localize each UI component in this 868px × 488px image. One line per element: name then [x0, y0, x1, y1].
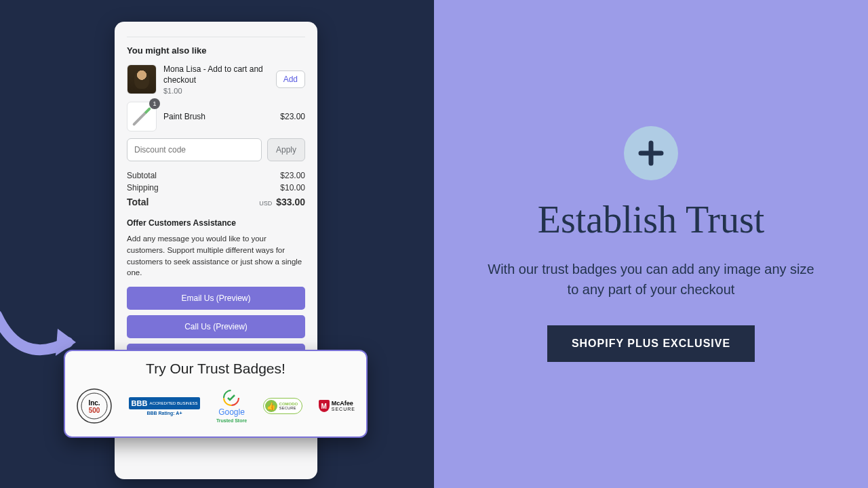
cart-product: 1 Paint Brush $23.00: [127, 102, 305, 131]
call-us-button[interactable]: Call Us (Preview): [127, 315, 305, 338]
product-title: Paint Brush: [163, 111, 273, 122]
total-label: Total: [127, 197, 149, 207]
subtotal-label: Subtotal: [127, 171, 157, 180]
plus-icon: [624, 126, 678, 180]
product-price: $1.00: [163, 87, 269, 95]
total-value: $33.00: [276, 197, 305, 207]
shipping-value: $10.00: [280, 183, 305, 192]
right-panel: Establish Trust With our trust badges yo…: [434, 0, 868, 488]
hero-text: With our trust badges you can add any im…: [481, 259, 821, 300]
cta-badge: SHOPIFY PLUS EXCLUSIVE: [547, 325, 755, 362]
product-thumb-paint-brush: 1: [127, 102, 157, 131]
currency-label: USD: [259, 200, 272, 207]
shipping-label: Shipping: [127, 183, 159, 192]
svg-text:500: 500: [89, 407, 100, 414]
product-info: Paint Brush: [163, 111, 273, 122]
hero-title: Establish Trust: [538, 201, 765, 239]
badges-title: Try Our Trust Badges!: [76, 361, 355, 377]
badge-mcafee: M McAfeeSECURE: [319, 400, 355, 412]
discount-input[interactable]: [127, 138, 262, 161]
badge-comodo: 👍 COMODOSECURE: [263, 398, 303, 414]
left-panel: You might also like Mona Lisa - Add to c…: [0, 0, 434, 488]
discount-row: Apply: [127, 138, 305, 161]
divider: [127, 37, 305, 37]
badge-bbb: BBBACCREDITED BUSINESS BBB Rating: A+: [129, 397, 201, 415]
product-info: Mona Lisa - Add to cart and checkout $1.…: [163, 64, 269, 95]
badges-row: Inc.500 BBBACCREDITED BUSINESS BBB Ratin…: [76, 388, 355, 424]
product-price: $23.00: [280, 112, 305, 121]
assist-text: Add any message you would like to your c…: [127, 233, 305, 279]
trust-badges-popup: Try Our Trust Badges! Inc.500 BBBACCREDI…: [64, 350, 368, 438]
product-title: Mona Lisa - Add to cart and checkout: [163, 64, 269, 85]
shipping-line: Shipping $10.00: [127, 183, 305, 192]
add-button[interactable]: Add: [276, 70, 305, 88]
section-title: You might also like: [127, 45, 305, 56]
suggested-product: Mona Lisa - Add to cart and checkout $1.…: [127, 64, 305, 95]
email-us-button[interactable]: Email Us (Preview): [127, 287, 305, 310]
total-line: Total USD $33.00: [127, 197, 305, 207]
product-thumb-mona-lisa: [127, 64, 157, 94]
svg-text:Inc.: Inc.: [88, 399, 100, 407]
subtotal-value: $23.00: [280, 171, 305, 180]
subtotal-line: Subtotal $23.00: [127, 171, 305, 180]
badge-google-trusted: Google Trusted Store: [216, 390, 247, 423]
quantity-badge: 1: [149, 98, 160, 109]
apply-button[interactable]: Apply: [267, 138, 305, 161]
assist-title: Offer Customers Assistance: [127, 218, 305, 228]
badge-inc500: Inc.500: [76, 388, 113, 424]
